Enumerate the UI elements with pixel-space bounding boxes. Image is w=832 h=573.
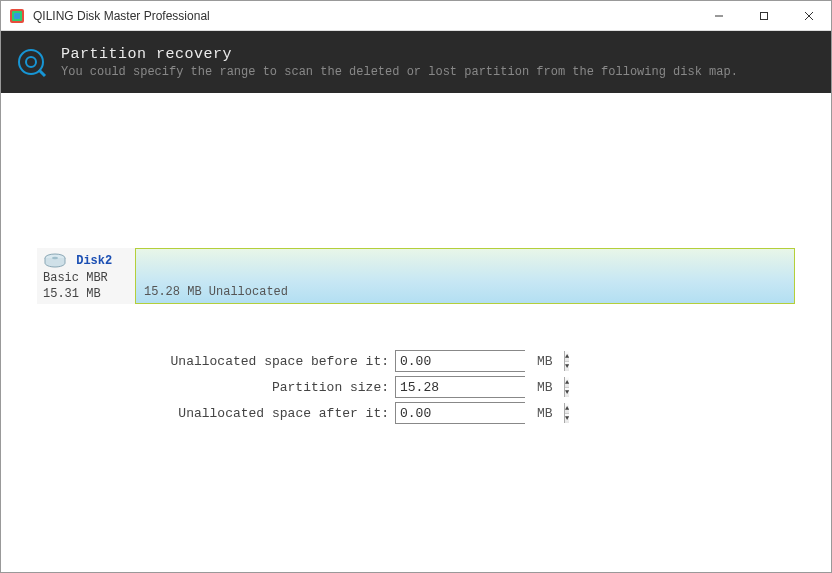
spinner-buttons: ▲ ▼ <box>564 377 569 397</box>
unit-after: MB <box>537 406 553 421</box>
svg-point-11 <box>52 257 58 259</box>
svg-point-8 <box>26 57 36 67</box>
spin-up-icon[interactable]: ▲ <box>565 377 569 388</box>
spin-up-icon[interactable]: ▲ <box>565 351 569 362</box>
spinner-buttons: ▲ ▼ <box>564 351 569 371</box>
spin-down-icon[interactable]: ▼ <box>565 388 569 398</box>
form-area: Unallocated space before it: ▲ ▼ MB Part… <box>37 348 795 426</box>
header-subtitle: You could specify the range to scan the … <box>61 65 738 79</box>
content-area: Disk2 Basic MBR 15.31 MB 15.28 MB Unallo… <box>1 248 831 573</box>
window-title: QILING Disk Master Professional <box>33 9 696 23</box>
spin-down-icon[interactable]: ▼ <box>565 362 569 372</box>
label-size: Partition size: <box>37 380 395 395</box>
disk-type: Basic MBR <box>43 270 129 286</box>
app-icon <box>9 8 25 24</box>
input-size[interactable]: ▲ ▼ <box>395 376 525 398</box>
partition-label: 15.28 MB Unallocated <box>144 285 288 299</box>
disk-info[interactable]: Disk2 Basic MBR 15.31 MB <box>37 248 135 304</box>
header-text: Partition recovery You could specify the… <box>61 46 738 79</box>
svg-rect-2 <box>14 13 20 19</box>
unit-size: MB <box>537 380 553 395</box>
input-before[interactable]: ▲ ▼ <box>395 350 525 372</box>
spin-up-icon[interactable]: ▲ <box>565 403 569 414</box>
header-band: Partition recovery You could specify the… <box>1 31 831 93</box>
disk-name: Disk2 <box>76 253 112 269</box>
minimize-button[interactable] <box>696 1 741 31</box>
close-button[interactable] <box>786 1 831 31</box>
hdd-icon <box>43 252 67 270</box>
disk-map: Disk2 Basic MBR 15.31 MB 15.28 MB Unallo… <box>37 248 795 304</box>
disk-size: 15.31 MB <box>43 286 129 302</box>
input-after[interactable]: ▲ ▼ <box>395 402 525 424</box>
row-before: Unallocated space before it: ▲ ▼ MB <box>37 348 795 374</box>
label-before: Unallocated space before it: <box>37 354 395 369</box>
header-title: Partition recovery <box>61 46 738 63</box>
recovery-icon <box>15 46 47 78</box>
maximize-button[interactable] <box>741 1 786 31</box>
window-controls <box>696 1 831 31</box>
partition-bar[interactable]: 15.28 MB Unallocated <box>135 248 795 304</box>
label-after: Unallocated space after it: <box>37 406 395 421</box>
spinner-buttons: ▲ ▼ <box>564 403 569 423</box>
row-after: Unallocated space after it: ▲ ▼ MB <box>37 400 795 426</box>
row-size: Partition size: ▲ ▼ MB <box>37 374 795 400</box>
svg-line-9 <box>39 70 45 76</box>
spin-down-icon[interactable]: ▼ <box>565 414 569 424</box>
svg-rect-4 <box>760 12 767 19</box>
unit-before: MB <box>537 354 553 369</box>
titlebar: QILING Disk Master Professional <box>1 1 831 31</box>
